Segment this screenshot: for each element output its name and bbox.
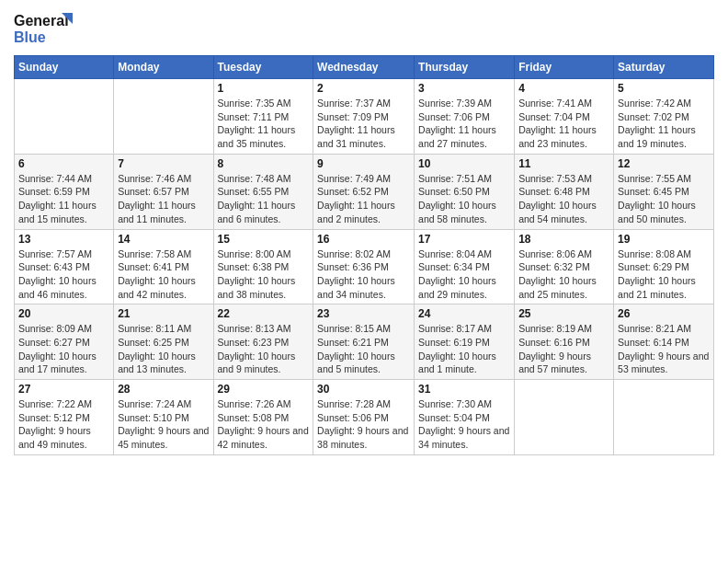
calendar-cell: 25Sunrise: 8:19 AM Sunset: 6:16 PM Dayli… bbox=[515, 304, 614, 380]
day-info: Sunrise: 7:24 AM Sunset: 5:10 PM Dayligh… bbox=[118, 397, 209, 452]
calendar-cell: 3Sunrise: 7:39 AM Sunset: 7:06 PM Daylig… bbox=[415, 79, 515, 155]
calendar-cell: 22Sunrise: 8:13 AM Sunset: 6:23 PM Dayli… bbox=[213, 304, 313, 380]
day-info: Sunrise: 8:11 AM Sunset: 6:25 PM Dayligh… bbox=[118, 322, 209, 376]
calendar-week-row: 27Sunrise: 7:22 AM Sunset: 5:12 PM Dayli… bbox=[15, 380, 714, 455]
calendar-week-row: 1Sunrise: 7:35 AM Sunset: 7:11 PM Daylig… bbox=[15, 79, 714, 155]
weekday-monday: Monday bbox=[114, 56, 213, 79]
calendar-cell: 11Sunrise: 7:53 AM Sunset: 6:48 PM Dayli… bbox=[515, 154, 614, 229]
day-number: 15 bbox=[218, 233, 310, 246]
calendar-cell: 1Sunrise: 7:35 AM Sunset: 7:11 PM Daylig… bbox=[213, 79, 313, 155]
day-info: Sunrise: 8:13 AM Sunset: 6:23 PM Dayligh… bbox=[218, 322, 310, 376]
calendar-cell: 6Sunrise: 7:44 AM Sunset: 6:59 PM Daylig… bbox=[15, 154, 114, 229]
calendar-cell: 26Sunrise: 8:21 AM Sunset: 6:14 PM Dayli… bbox=[614, 304, 714, 380]
day-info: Sunrise: 8:21 AM Sunset: 6:14 PM Dayligh… bbox=[618, 322, 710, 376]
svg-text:Blue: Blue bbox=[14, 29, 46, 45]
day-info: Sunrise: 7:26 AM Sunset: 5:08 PM Dayligh… bbox=[218, 397, 310, 452]
weekday-friday: Friday bbox=[515, 56, 614, 79]
svg-text:General: General bbox=[14, 13, 69, 29]
calendar-cell: 13Sunrise: 7:57 AM Sunset: 6:43 PM Dayli… bbox=[15, 229, 114, 304]
weekday-thursday: Thursday bbox=[415, 56, 515, 79]
day-number: 1 bbox=[218, 82, 310, 95]
day-info: Sunrise: 7:57 AM Sunset: 6:43 PM Dayligh… bbox=[18, 247, 109, 302]
day-info: Sunrise: 7:35 AM Sunset: 7:11 PM Dayligh… bbox=[218, 97, 310, 151]
day-number: 8 bbox=[218, 157, 310, 170]
calendar-cell: 21Sunrise: 8:11 AM Sunset: 6:25 PM Dayli… bbox=[114, 304, 213, 380]
day-number: 20 bbox=[18, 307, 109, 320]
day-info: Sunrise: 7:48 AM Sunset: 6:55 PM Dayligh… bbox=[218, 172, 310, 226]
day-number: 12 bbox=[618, 157, 710, 170]
logo: GeneralBlue bbox=[14, 9, 78, 48]
day-info: Sunrise: 8:04 AM Sunset: 6:34 PM Dayligh… bbox=[418, 247, 510, 302]
day-number: 7 bbox=[118, 157, 209, 170]
calendar-cell: 20Sunrise: 8:09 AM Sunset: 6:27 PM Dayli… bbox=[15, 304, 114, 380]
day-number: 4 bbox=[518, 82, 609, 95]
day-info: Sunrise: 8:02 AM Sunset: 6:36 PM Dayligh… bbox=[317, 247, 410, 302]
calendar-cell: 24Sunrise: 8:17 AM Sunset: 6:19 PM Dayli… bbox=[415, 304, 515, 380]
calendar-cell: 27Sunrise: 7:22 AM Sunset: 5:12 PM Dayli… bbox=[15, 380, 114, 455]
day-number: 25 bbox=[518, 307, 609, 320]
day-number: 21 bbox=[118, 307, 209, 320]
day-info: Sunrise: 8:19 AM Sunset: 6:16 PM Dayligh… bbox=[518, 322, 609, 376]
day-number: 16 bbox=[317, 233, 410, 246]
weekday-tuesday: Tuesday bbox=[213, 56, 313, 79]
day-number: 17 bbox=[418, 233, 510, 246]
day-number: 14 bbox=[118, 233, 209, 246]
calendar-cell: 18Sunrise: 8:06 AM Sunset: 6:32 PM Dayli… bbox=[515, 229, 614, 304]
day-info: Sunrise: 7:37 AM Sunset: 7:09 PM Dayligh… bbox=[317, 97, 410, 151]
day-info: Sunrise: 7:28 AM Sunset: 5:06 PM Dayligh… bbox=[317, 397, 410, 452]
calendar-cell: 4Sunrise: 7:41 AM Sunset: 7:04 PM Daylig… bbox=[515, 79, 614, 155]
day-number: 9 bbox=[317, 157, 410, 170]
page: GeneralBlue SundayMondayTuesdayWednesday… bbox=[0, 0, 728, 563]
logo-svg: GeneralBlue bbox=[14, 9, 78, 48]
day-number: 28 bbox=[118, 383, 209, 396]
day-number: 11 bbox=[518, 157, 609, 170]
calendar-cell: 31Sunrise: 7:30 AM Sunset: 5:04 PM Dayli… bbox=[415, 380, 515, 455]
calendar-cell: 14Sunrise: 7:58 AM Sunset: 6:41 PM Dayli… bbox=[114, 229, 213, 304]
weekday-saturday: Saturday bbox=[614, 56, 714, 79]
calendar-cell: 19Sunrise: 8:08 AM Sunset: 6:29 PM Dayli… bbox=[614, 229, 714, 304]
calendar-cell: 30Sunrise: 7:28 AM Sunset: 5:06 PM Dayli… bbox=[313, 380, 415, 455]
day-info: Sunrise: 7:30 AM Sunset: 5:04 PM Dayligh… bbox=[418, 397, 510, 452]
calendar-week-row: 6Sunrise: 7:44 AM Sunset: 6:59 PM Daylig… bbox=[15, 154, 714, 229]
day-info: Sunrise: 7:51 AM Sunset: 6:50 PM Dayligh… bbox=[418, 172, 510, 226]
weekday-wednesday: Wednesday bbox=[313, 56, 415, 79]
calendar-cell: 12Sunrise: 7:55 AM Sunset: 6:45 PM Dayli… bbox=[614, 154, 714, 229]
day-info: Sunrise: 7:46 AM Sunset: 6:57 PM Dayligh… bbox=[118, 172, 209, 226]
calendar-cell: 28Sunrise: 7:24 AM Sunset: 5:10 PM Dayli… bbox=[114, 380, 213, 455]
day-number: 18 bbox=[518, 233, 609, 246]
day-info: Sunrise: 8:15 AM Sunset: 6:21 PM Dayligh… bbox=[317, 322, 410, 376]
calendar-cell: 10Sunrise: 7:51 AM Sunset: 6:50 PM Dayli… bbox=[415, 154, 515, 229]
day-info: Sunrise: 8:08 AM Sunset: 6:29 PM Dayligh… bbox=[618, 247, 710, 302]
day-info: Sunrise: 7:53 AM Sunset: 6:48 PM Dayligh… bbox=[518, 172, 609, 226]
day-info: Sunrise: 8:06 AM Sunset: 6:32 PM Dayligh… bbox=[518, 247, 609, 302]
calendar-week-row: 13Sunrise: 7:57 AM Sunset: 6:43 PM Dayli… bbox=[15, 229, 714, 304]
day-number: 19 bbox=[618, 233, 710, 246]
day-number: 26 bbox=[618, 307, 710, 320]
day-number: 24 bbox=[418, 307, 510, 320]
calendar-cell bbox=[15, 79, 114, 155]
day-info: Sunrise: 7:41 AM Sunset: 7:04 PM Dayligh… bbox=[518, 97, 609, 151]
day-number: 3 bbox=[418, 82, 510, 95]
calendar-cell: 9Sunrise: 7:49 AM Sunset: 6:52 PM Daylig… bbox=[313, 154, 415, 229]
day-info: Sunrise: 8:09 AM Sunset: 6:27 PM Dayligh… bbox=[18, 322, 109, 376]
calendar-table: SundayMondayTuesdayWednesdayThursdayFrid… bbox=[14, 55, 714, 455]
day-number: 2 bbox=[317, 82, 410, 95]
calendar-cell: 8Sunrise: 7:48 AM Sunset: 6:55 PM Daylig… bbox=[213, 154, 313, 229]
day-number: 29 bbox=[218, 383, 310, 396]
calendar-cell: 17Sunrise: 8:04 AM Sunset: 6:34 PM Dayli… bbox=[415, 229, 515, 304]
day-number: 30 bbox=[317, 383, 410, 396]
calendar-cell bbox=[114, 79, 213, 155]
weekday-sunday: Sunday bbox=[15, 56, 114, 79]
calendar-cell: 7Sunrise: 7:46 AM Sunset: 6:57 PM Daylig… bbox=[114, 154, 213, 229]
day-number: 27 bbox=[18, 383, 109, 396]
day-info: Sunrise: 7:58 AM Sunset: 6:41 PM Dayligh… bbox=[118, 247, 209, 302]
calendar-week-row: 20Sunrise: 8:09 AM Sunset: 6:27 PM Dayli… bbox=[15, 304, 714, 380]
calendar-cell: 29Sunrise: 7:26 AM Sunset: 5:08 PM Dayli… bbox=[213, 380, 313, 455]
calendar-cell bbox=[515, 380, 614, 455]
calendar-cell: 16Sunrise: 8:02 AM Sunset: 6:36 PM Dayli… bbox=[313, 229, 415, 304]
calendar-cell: 23Sunrise: 8:15 AM Sunset: 6:21 PM Dayli… bbox=[313, 304, 415, 380]
day-info: Sunrise: 7:55 AM Sunset: 6:45 PM Dayligh… bbox=[618, 172, 710, 226]
day-info: Sunrise: 8:00 AM Sunset: 6:38 PM Dayligh… bbox=[218, 247, 310, 302]
calendar-cell: 5Sunrise: 7:42 AM Sunset: 7:02 PM Daylig… bbox=[614, 79, 714, 155]
header: GeneralBlue bbox=[14, 9, 714, 48]
